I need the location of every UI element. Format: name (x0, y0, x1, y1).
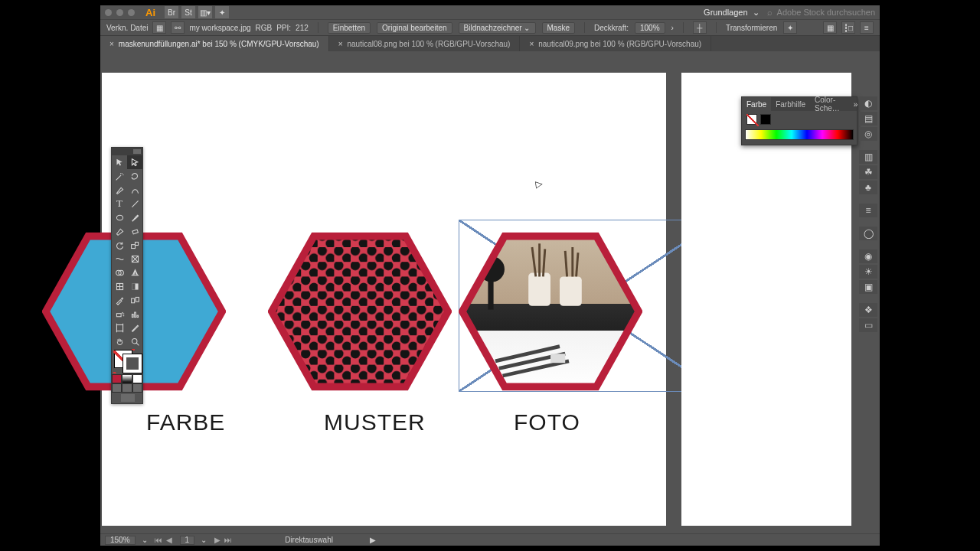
color-rail-icon[interactable]: ◐ (859, 96, 877, 110)
close-tab-icon[interactable]: × (338, 40, 343, 48)
rotate-tool-icon[interactable] (112, 238, 127, 252)
direct-selection-tool-icon[interactable] (127, 155, 142, 169)
perspective-grid-tool-icon[interactable] (127, 266, 142, 279)
line-tool-icon[interactable] (127, 197, 142, 210)
stroke-color-swatch[interactable] (760, 114, 771, 125)
opacity-chevron-icon[interactable]: › (671, 24, 674, 32)
artboard-index[interactable]: 1 (180, 536, 195, 545)
document-tab[interactable]: × nautical08.png bei 100 % (RGB/GPU-Vors… (329, 36, 521, 51)
stroke-rail-icon[interactable]: ≡ (859, 204, 877, 217)
link-icon[interactable]: ⚯ (171, 21, 185, 34)
fill-stroke-swatch[interactable] (112, 348, 144, 374)
image-trace-button[interactable]: Bildnachzeichner ⌄ (459, 22, 536, 34)
opacity-value[interactable]: 100% (635, 22, 665, 34)
type-tool-icon[interactable]: T (112, 197, 127, 210)
paintbrush-tool-icon[interactable] (127, 210, 142, 224)
gradient-tool-icon[interactable] (127, 279, 142, 293)
zoom-field[interactable]: 150% (105, 536, 136, 545)
color-spectrum[interactable] (745, 129, 854, 140)
blend-tool-icon[interactable] (127, 293, 142, 307)
ellipse-tool-icon[interactable] (112, 210, 127, 224)
zoom-chevron-icon[interactable]: ⌄ (142, 536, 148, 544)
artboard-tool-icon[interactable] (112, 321, 127, 334)
asset-export-rail-icon[interactable]: ▣ (859, 280, 877, 294)
selection-tool-icon[interactable] (112, 155, 127, 169)
fill-color-swatch[interactable] (746, 114, 757, 125)
edit-linked-icon[interactable]: ▦ (152, 21, 166, 34)
draw-normal-icon[interactable] (112, 383, 122, 393)
pen-tool-icon[interactable] (112, 183, 127, 197)
transform-icon[interactable]: ✦ (783, 21, 797, 34)
panel-tab-themes[interactable]: Color-Sche… (810, 97, 844, 111)
first-artboard-icon[interactable]: ⏮ (154, 536, 163, 544)
eyedropper-tool-icon[interactable] (112, 293, 127, 307)
tools-panel-header[interactable] (112, 148, 142, 155)
column-graph-tool-icon[interactable] (127, 307, 142, 321)
symbols-rail-icon[interactable]: ☘ (859, 165, 877, 179)
arrange-icon[interactable]: ▥▾ (198, 6, 212, 18)
shape-mode-icon[interactable]: ┇□ (841, 21, 855, 34)
stock-search[interactable]: ⌕ Adobe Stock durchsuchen (767, 8, 875, 17)
hexagon-foto[interactable] (459, 232, 642, 391)
brushes-rail-icon[interactable]: ▥ (859, 150, 877, 164)
close-tab-icon[interactable]: × (109, 40, 114, 48)
transparency-rail-icon[interactable]: ◯ (859, 227, 877, 240)
app-menu: Ai Br St ▥▾ ✦ (145, 6, 229, 18)
symbol-sprayer-tool-icon[interactable] (112, 307, 127, 321)
stock-icon[interactable]: St (181, 6, 195, 18)
shaper-tool-icon[interactable] (112, 224, 127, 238)
draw-behind-icon[interactable] (122, 383, 132, 393)
mesh-tool-icon[interactable] (112, 279, 127, 293)
slice-tool-icon[interactable] (127, 321, 142, 334)
edit-original-button[interactable]: Original bearbeiten (377, 22, 452, 34)
svg-rect-38 (116, 324, 122, 331)
gpu-icon[interactable]: ✦ (215, 6, 229, 18)
recolor-icon[interactable]: ┼ (693, 21, 707, 34)
draw-inside-icon[interactable] (132, 383, 142, 393)
libraries-rail-icon[interactable]: ▤ (859, 112, 877, 126)
panel-tab-farbhilfe[interactable]: Farbhilfe (771, 97, 810, 111)
scale-tool-icon[interactable] (127, 238, 142, 252)
close-tab-icon[interactable]: × (529, 40, 534, 48)
embed-button[interactable]: Einbetten (328, 22, 371, 34)
tools-panel[interactable]: T (111, 147, 143, 404)
clubs-rail-icon[interactable]: ♣ (859, 181, 877, 194)
graphic-styles-rail-icon[interactable]: ☀ (859, 265, 877, 279)
appearance-rail-icon[interactable]: ◉ (859, 249, 877, 263)
hand-tool-icon[interactable] (112, 334, 127, 348)
magic-wand-tool-icon[interactable] (112, 169, 127, 183)
zoom-icon[interactable] (128, 9, 135, 16)
document-tab[interactable]: × maskenundfüllungen.ai* bei 150 % (CMYK… (100, 36, 329, 51)
free-transform-tool-icon[interactable] (127, 252, 142, 266)
color-panel[interactable]: Farbe Farbhilfe Color-Sche… »≡ (741, 96, 858, 145)
workspace-switcher[interactable]: Grundlagen ⌄ (704, 8, 760, 18)
align-icon[interactable]: ▦ (823, 21, 837, 34)
status-chevron-icon[interactable]: ▶ (370, 536, 376, 544)
zoom-tool-icon[interactable] (127, 334, 142, 348)
panel-menu-icon[interactable]: ≡ (860, 21, 874, 34)
layers-rail-icon[interactable]: ❖ (859, 303, 877, 317)
panel-tab-farbe[interactable]: Farbe (742, 97, 771, 111)
width-tool-icon[interactable] (112, 252, 127, 266)
solid-color-icon[interactable] (112, 374, 122, 383)
artboard-chevron-icon[interactable]: ⌄ (201, 536, 207, 544)
bridge-icon[interactable]: Br (165, 6, 178, 18)
prev-artboard-icon[interactable]: ◀ (165, 536, 174, 544)
lasso-tool-icon[interactable] (127, 169, 142, 183)
last-artboard-icon[interactable]: ⏭ (224, 536, 233, 544)
close-icon[interactable] (105, 9, 112, 16)
hexagon-muster[interactable] (268, 232, 452, 391)
canvas-area[interactable]: FARBE MUSTER (100, 51, 880, 533)
next-artboard-icon[interactable]: ▶ (213, 536, 222, 544)
none-color-icon[interactable] (132, 374, 142, 383)
document-tab[interactable]: × nautical09.png bei 100 % (RGB/GPU-Vors… (520, 36, 711, 51)
shape-builder-tool-icon[interactable] (112, 266, 127, 279)
eraser-tool-icon[interactable] (127, 224, 142, 238)
gradient-color-icon[interactable] (122, 374, 132, 383)
artboards-rail-icon[interactable]: ▭ (859, 318, 877, 332)
swatches-rail-icon[interactable]: ◎ (859, 127, 877, 141)
curvature-tool-icon[interactable] (127, 183, 142, 197)
screen-mode-icon[interactable] (112, 393, 144, 403)
minimize-icon[interactable] (116, 9, 123, 16)
stroke-swatch[interactable] (123, 354, 142, 373)
